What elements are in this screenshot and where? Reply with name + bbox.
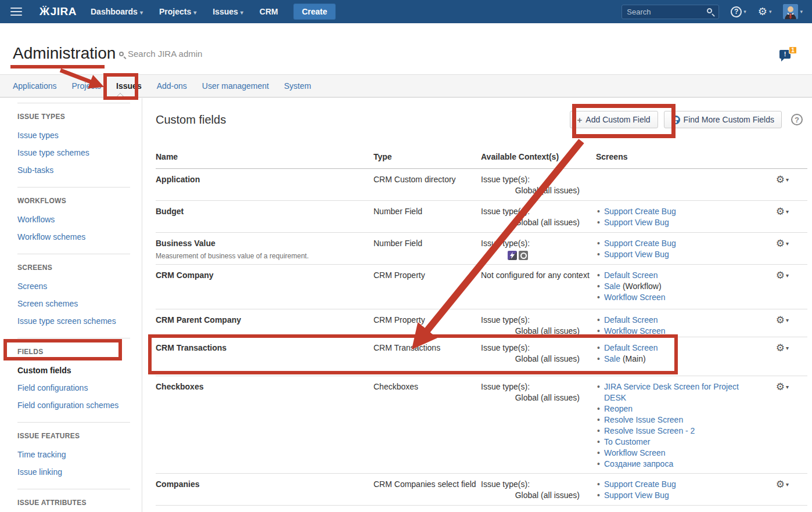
table-row-crm-parent-company: CRM Parent CompanyCRM PropertyIssue type… [156, 309, 807, 337]
user-menu[interactable]: ▾ [783, 4, 803, 19]
add-custom-field-button[interactable]: + Add Custom Field [570, 111, 658, 128]
screen-link[interactable]: Default Screen [604, 315, 658, 324]
sidebar-item-workflows[interactable]: Workflows [17, 213, 130, 230]
sidebar-item-field-configurations[interactable]: Field configurations [17, 381, 130, 399]
search-icon [707, 8, 712, 13]
type-cell: Number Field [373, 206, 481, 217]
screen-link[interactable]: Support Create Bug [604, 479, 676, 489]
screens-cell: Default ScreenSale (Workflow)Workflow Sc… [596, 270, 770, 303]
chevron-down-icon: ▾ [786, 240, 789, 247]
help-menu[interactable]: ? ▾ [731, 6, 746, 17]
context-label: Issue type(s): [481, 381, 596, 392]
gear-icon: ⚙ [776, 270, 785, 281]
menu-issues[interactable]: Issues▾ [213, 7, 243, 16]
screen-link[interactable]: Support Create Bug [604, 239, 676, 248]
sidebar-item-issue-type-schemes[interactable]: Issue type schemes [17, 146, 130, 164]
screen-link[interactable]: Support Create Bug [604, 207, 676, 216]
announcement-icon[interactable]: ! 1 [779, 46, 797, 62]
screen-link[interactable]: JIRA Service Desk Screen for Project DES… [604, 382, 739, 402]
tab-applications[interactable]: Applications [10, 81, 59, 91]
sidebar-item-workflow-schemes[interactable]: Workflow schemes [17, 230, 130, 248]
tab-system[interactable]: System [282, 81, 314, 91]
screen-link[interactable]: Создание запроса [604, 459, 673, 468]
screen-link[interactable]: Workflow Screen [604, 326, 666, 336]
screens-list-item: Resolve Issue Screen [596, 414, 770, 426]
menu-projects[interactable]: Projects▾ [159, 7, 196, 16]
chevron-down-icon: ▾ [786, 384, 789, 390]
row-actions-gear[interactable]: ⚙▾ [776, 480, 789, 489]
tab-issues[interactable]: Issues [114, 81, 144, 91]
row-actions-gear[interactable]: ⚙▾ [776, 271, 789, 280]
main-content: Custom fields + Add Custom Field Find Mo… [142, 98, 812, 512]
menu-crm[interactable]: CRM [260, 7, 278, 16]
help-icon[interactable]: ? [791, 114, 803, 125]
screen-link[interactable]: Workflow Screen [604, 293, 666, 302]
screen-link[interactable]: To Customer [604, 437, 650, 446]
sidebar-item-issue-types[interactable]: Issue types [17, 129, 130, 146]
screens-cell: Support Create BugSupport View Bug [596, 238, 770, 260]
screen-link[interactable]: Support View Bug [604, 218, 669, 227]
table-header: NameTypeAvailable Context(s)Screens [156, 150, 807, 169]
chevron-down-icon: ▾ [800, 9, 803, 15]
screen-link[interactable]: Sale [604, 282, 620, 291]
hamburger-menu-icon[interactable] [10, 8, 22, 16]
screen-link[interactable]: Support View Bug [604, 250, 669, 259]
sidebar-group-workflows: WORKFLOWSWorkflowsWorkflow schemes [17, 187, 130, 254]
tab-add-ons[interactable]: Add-ons [155, 81, 189, 91]
custom-field-description: Measurement of business value of a requi… [156, 251, 373, 262]
row-actions-gear[interactable]: ⚙▾ [776, 175, 789, 185]
type-cell: CRM Property [373, 270, 481, 281]
ring-issue-type-icon [519, 251, 528, 260]
screen-link[interactable]: Sale [604, 354, 620, 363]
chevron-down-icon: ▾ [743, 9, 746, 15]
row-actions-gear[interactable]: ⚙▾ [776, 344, 789, 353]
row-actions-gear[interactable]: ⚙▾ [776, 239, 789, 248]
screen-link[interactable]: Resolve Issue Screen - 2 [604, 426, 695, 435]
chevron-down-icon: ▾ [769, 9, 772, 15]
page-title: Administration [13, 44, 116, 63]
name-cell: Budget [156, 206, 373, 217]
sidebar-item-issue-linking[interactable]: Issue linking [17, 466, 130, 483]
create-button[interactable]: Create [293, 3, 336, 20]
sidebar-item-issue-type-screen-schemes[interactable]: Issue type screen schemes [17, 315, 130, 332]
row-actions-gear[interactable]: ⚙▾ [776, 316, 789, 325]
screens-list: Default ScreenWorkflow Screen [596, 315, 770, 337]
chevron-down-icon: ▾ [786, 317, 789, 323]
tab-user-management[interactable]: User management [200, 81, 271, 91]
row-actions-gear[interactable]: ⚙▾ [776, 207, 789, 217]
sidebar-item-screens[interactable]: Screens [17, 280, 130, 297]
screen-link[interactable]: Resolve Issue Screen [604, 415, 683, 424]
global-search-input[interactable] [621, 5, 719, 19]
gear-icon: ⚙ [776, 342, 785, 354]
tab-projects[interactable]: Projects [70, 81, 104, 91]
sidebar-item-screen-schemes[interactable]: Screen schemes [17, 297, 130, 315]
screens-list: Support Create BugSupport View Bug [596, 479, 770, 501]
screen-link[interactable]: Default Screen [604, 343, 658, 352]
jira-logo[interactable]: Ӝ JIRA [39, 5, 77, 18]
menu-dashboards[interactable]: Dashboards▾ [91, 7, 143, 16]
admin-settings-menu[interactable]: ⚙ ▾ [758, 6, 772, 17]
sidebar-item-sub-tasks[interactable]: Sub-tasks [17, 164, 130, 181]
screens-list: Support Create BugSupport View Bug [596, 206, 770, 228]
sidebar-item-time-tracking[interactable]: Time tracking [17, 448, 130, 466]
context-cell: Issue type(s):Global (all issues) [481, 381, 596, 403]
screen-link[interactable]: Reopen [604, 404, 633, 413]
screen-link[interactable]: Default Screen [604, 271, 658, 280]
actions-cell: ⚙▾ [770, 206, 807, 218]
type-cell: CRM Property [373, 315, 481, 326]
top-navbar: Ӝ JIRA Dashboards▾Projects▾Issues▾CRM Cr… [0, 0, 812, 23]
gear-icon: ⚙ [776, 315, 785, 326]
sidebar-item-field-configuration-schemes[interactable]: Field configuration schemes [17, 399, 130, 416]
screens-cell: Support Create BugSupport View Bug [596, 479, 770, 501]
sidebar-item-custom-fields[interactable]: Custom fields [17, 364, 130, 381]
screen-link[interactable]: Workflow Screen [604, 448, 666, 457]
gear-icon: ⚙ [776, 479, 785, 490]
row-actions-gear[interactable]: ⚙▾ [776, 383, 789, 392]
find-more-custom-fields-button[interactable]: Find More Custom Fields [664, 111, 782, 128]
gear-icon: ⚙ [776, 381, 785, 392]
screens-list: Support Create BugSupport View Bug [596, 238, 770, 260]
admin-search-input[interactable] [128, 49, 244, 59]
type-cell: Number Field [373, 238, 481, 249]
screen-link[interactable]: Support View Bug [604, 491, 669, 500]
custom-field-name: CRM Parent Company [156, 315, 373, 326]
